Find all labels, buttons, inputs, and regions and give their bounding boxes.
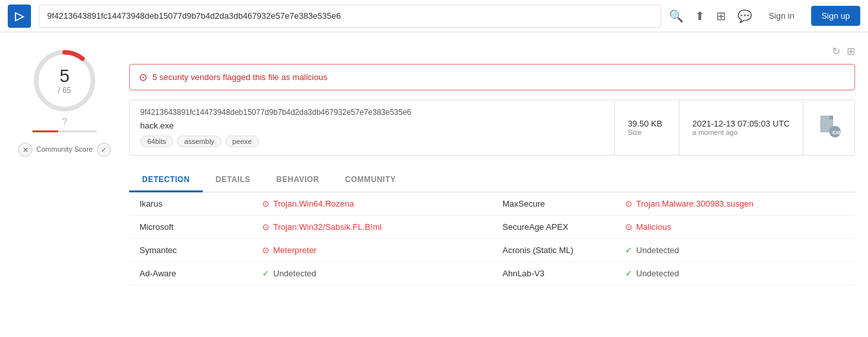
vendor-name: MaxSecure <box>502 199 619 209</box>
file-tags: 64bitsassemblypeexe <box>140 136 604 147</box>
detection-result: ⊙Malicious <box>625 222 671 232</box>
main-content: 5 / 65 ? ✕ Community Score ✓ ↻ ⊞ ⊙ 5 sec… <box>0 32 868 285</box>
file-date-block: 2021-12-13 07:05:03 UTC a moment ago <box>679 100 803 155</box>
community-score-bar <box>32 130 97 132</box>
right-panel: ↻ ⊞ ⊙ 5 security vendors flagged this fi… <box>129 45 855 285</box>
community-score-label: Community Score <box>36 145 92 154</box>
table-row: Ikarus⊙Trojan.Win64.Rozena <box>129 192 492 216</box>
detection-grid: Ikarus⊙Trojan.Win64.RozenaMicrosoft⊙Troj… <box>129 192 855 285</box>
file-name: hack.exe <box>140 121 604 130</box>
svg-rect-3 <box>829 116 833 119</box>
table-row: MaxSecure⊙Trojan.Malware.300983.susgen <box>492 192 855 216</box>
file-tag: 64bits <box>140 136 173 147</box>
chat-icon[interactable]: 💬 <box>738 9 752 23</box>
detection-result: ✓Undetected <box>262 269 316 278</box>
upload-icon[interactable]: ⬆ <box>695 9 705 23</box>
score-text: 5 / 65 <box>58 67 71 95</box>
vendor-name: AhnLab-V3 <box>502 269 619 278</box>
file-date-value: 2021-12-13 07:05:03 UTC <box>692 119 790 128</box>
community-dislike-button[interactable]: ✕ <box>18 143 32 157</box>
detection-result: ✓Undetected <box>625 245 679 255</box>
community-score-row: ✕ Community Score ✓ <box>18 143 110 157</box>
tab-details[interactable]: DETAILS <box>203 168 264 192</box>
detection-result: ⊙Trojan.Malware.300983.susgen <box>625 199 754 209</box>
ok-icon: ✓ <box>262 269 269 278</box>
detection-result: ✓Undetected <box>625 269 679 278</box>
search-icon[interactable]: 🔍 <box>669 9 683 23</box>
detection-result: ⊙Meterpreter <box>262 245 316 255</box>
vendor-name: Ad-Aware <box>140 269 256 278</box>
tabs-row: DETECTIONDETAILSBEHAVIORCOMMUNITY <box>129 168 855 192</box>
table-row: Acronis (Static ML)✓Undetected <box>492 239 855 262</box>
tab-detection[interactable]: DETECTION <box>129 168 203 192</box>
detection-result: ⊙Trojan.Win64.Rozena <box>262 199 354 209</box>
table-row: Microsoft⊙Trojan:Win32/Sabsik.FL.B!ml <box>129 216 492 239</box>
exe-icon-svg: EXE <box>818 114 841 138</box>
detection-result: ⊙Trojan:Win32/Sabsik.FL.B!ml <box>262 222 382 232</box>
search-input[interactable] <box>39 5 661 28</box>
grid-icon[interactable]: ⊞ <box>716 9 726 23</box>
detection-label: Undetected <box>636 245 679 255</box>
malicious-icon: ⊙ <box>625 199 632 209</box>
svg-text:EXE: EXE <box>832 130 841 135</box>
alert-icon: ⊙ <box>139 71 147 83</box>
file-date-ago: a moment ago <box>692 128 790 136</box>
sign-in-button[interactable]: Sign in <box>763 11 800 21</box>
logo[interactable]: ▷ <box>8 5 31 28</box>
file-tag: peexe <box>225 136 259 147</box>
malicious-icon: ⊙ <box>262 222 269 232</box>
ok-icon: ✓ <box>625 269 632 278</box>
vendor-name: Acronis (Static ML) <box>502 245 619 255</box>
diagram-icon[interactable]: ⊞ <box>847 45 855 57</box>
sign-up-button[interactable]: Sign up <box>811 6 860 26</box>
action-icons: ↻ ⊞ <box>129 45 855 57</box>
detection-label: Malicious <box>636 222 671 232</box>
file-type-block: EXE <box>803 100 854 155</box>
file-hash: 9f4213643891fc14473948deb15077d9b7b4d2da… <box>140 108 604 117</box>
file-type-icon: EXE <box>818 114 841 141</box>
file-size-block: 39.50 KB Size <box>614 100 679 155</box>
tab-community[interactable]: COMMUNITY <box>332 168 409 192</box>
table-row: Symantec⊙Meterpreter <box>129 239 492 262</box>
logo-icon: ▷ <box>15 9 24 23</box>
tab-behavior[interactable]: BEHAVIOR <box>264 168 332 192</box>
alert-bar: ⊙ 5 security vendors flagged this file a… <box>129 64 855 90</box>
file-info-main: 9f4213643891fc14473948deb15077d9b7b4d2da… <box>130 100 614 155</box>
community-like-button[interactable]: ✓ <box>97 143 111 157</box>
header: ▷ 🔍 ⬆ ⊞ 💬 Sign in Sign up <box>0 0 868 32</box>
detection-col-right: MaxSecure⊙Trojan.Malware.300983.susgenSe… <box>492 192 855 285</box>
refresh-icon[interactable]: ↻ <box>832 45 840 57</box>
table-row: Ad-Aware✓Undetected <box>129 262 492 285</box>
score-gauge: 5 / 65 <box>29 45 100 116</box>
community-question-icon: ? <box>62 116 67 127</box>
ok-icon: ✓ <box>625 245 632 255</box>
vendor-name: Ikarus <box>140 199 256 209</box>
file-size-value: 39.50 KB <box>628 119 666 128</box>
detection-label: Trojan.Malware.300983.susgen <box>636 199 754 209</box>
alert-message: 5 security vendors flagged this file as … <box>152 72 327 82</box>
malicious-icon: ⊙ <box>262 199 269 209</box>
header-icons: 🔍 ⬆ ⊞ 💬 Sign in Sign up <box>669 6 860 26</box>
table-row: AhnLab-V3✓Undetected <box>492 262 855 285</box>
detection-label: Undetected <box>636 269 679 278</box>
vendor-name: Microsoft <box>140 222 256 232</box>
table-row: SecureAge APEX⊙Malicious <box>492 216 855 239</box>
detection-label: Undetected <box>273 269 316 278</box>
detection-label: Meterpreter <box>273 245 316 255</box>
file-tag: assembly <box>177 136 221 147</box>
score-number: 5 <box>58 67 71 85</box>
score-total: / 65 <box>58 86 71 95</box>
malicious-icon: ⊙ <box>625 222 632 232</box>
score-panel: 5 / 65 ? ✕ Community Score ✓ <box>13 45 116 285</box>
malicious-icon: ⊙ <box>262 245 269 255</box>
vendor-name: SecureAge APEX <box>502 222 619 232</box>
file-info-row: 9f4213643891fc14473948deb15077d9b7b4d2da… <box>129 99 855 156</box>
vendor-name: Symantec <box>140 245 256 255</box>
file-size-label: Size <box>628 128 666 136</box>
detection-col-left: Ikarus⊙Trojan.Win64.RozenaMicrosoft⊙Troj… <box>129 192 492 285</box>
detection-label: Trojan.Win64.Rozena <box>273 199 354 209</box>
detection-label: Trojan:Win32/Sabsik.FL.B!ml <box>273 222 382 232</box>
